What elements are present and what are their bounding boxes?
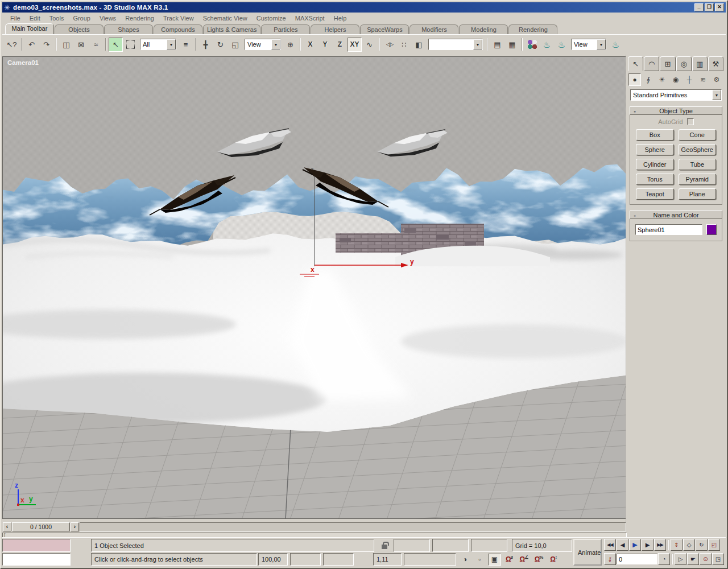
bind-to-space-warp-button[interactable]: ≈ [89, 38, 103, 52]
animate-button[interactable]: Animate [573, 539, 602, 566]
name-color-rollout-header[interactable]: - Name and Color [630, 211, 722, 219]
tab-lights-cameras[interactable]: Lights & Cameras [203, 24, 260, 34]
menu-edit[interactable]: Edit [25, 14, 45, 23]
previous-frame-button[interactable]: ◀ [617, 539, 628, 551]
maxscript-listener-white[interactable] [2, 553, 71, 566]
menu-maxscript[interactable]: MAXScript [291, 14, 329, 23]
tab-particles[interactable]: Particles [261, 24, 310, 34]
field-of-view-button[interactable]: ▷ [675, 553, 686, 565]
category-helpers[interactable]: ┼ [683, 73, 696, 86]
region-zoom-button[interactable]: ◰ [708, 539, 720, 551]
panel-tab-modify[interactable]: ◠ [644, 56, 659, 71]
key-mode-toggle-button[interactable]: ⚷ [604, 553, 616, 565]
select-and-move-button[interactable]: ╋ [198, 38, 213, 52]
panel-tab-utilities[interactable]: ⚒ [708, 56, 723, 71]
snap-toggle-3d-button[interactable]: ▣ [488, 554, 501, 566]
material-editor-button[interactable] [525, 38, 539, 52]
object-type-tube-button[interactable]: Tube [679, 159, 717, 170]
named-selection-sets-dropdown[interactable]: ▼ [428, 39, 483, 50]
object-name-input[interactable] [635, 224, 702, 235]
angle-snap-button[interactable]: Ω∠ [518, 554, 531, 566]
menu-help[interactable]: Help [329, 14, 351, 23]
object-type-geosphere-button[interactable]: GeoSphere [679, 144, 717, 155]
tab-helpers[interactable]: Helpers [311, 24, 359, 34]
object-type-torus-button[interactable]: Torus [636, 174, 674, 185]
min-max-toggle-button[interactable]: ◳ [712, 553, 724, 565]
time-configuration-button[interactable]: ◔ [658, 553, 670, 565]
restrict-to-y-button[interactable]: Y [318, 38, 332, 52]
select-and-scale-button[interactable]: ◱ [228, 38, 242, 52]
next-frame-button[interactable]: ▶ [642, 539, 653, 551]
close-button[interactable]: ✕ [715, 3, 724, 11]
category-geometry[interactable]: ● [628, 73, 641, 86]
viewport-label[interactable]: Camera01 [7, 59, 39, 66]
tab-spacewarps[interactable]: SpaceWarps [360, 24, 409, 34]
object-type-plane-button[interactable]: Plane [679, 188, 717, 200]
time-slider-handle[interactable]: 0 / 1000 [12, 522, 70, 531]
rectangular-selection-region-button[interactable] [123, 38, 138, 52]
tab-main-toolbar[interactable]: Main Toolbar [5, 23, 54, 34]
panel-tab-create[interactable]: ↖ [628, 56, 643, 71]
camera-viewport[interactable]: z y x z x y Camera01 [2, 56, 627, 519]
tab-rendering[interactable]: Rendering [508, 24, 557, 34]
category-cameras[interactable]: ◉ [669, 73, 682, 86]
select-and-link-button[interactable]: ◫ [59, 38, 73, 52]
current-frame-field[interactable] [617, 554, 657, 564]
menu-views[interactable]: Views [95, 14, 121, 23]
open-track-view-button[interactable]: ▤ [490, 38, 504, 52]
restore-button[interactable]: ❐ [705, 3, 714, 11]
time-slider-next-button[interactable]: › [71, 522, 79, 531]
tab-objects[interactable]: Objects [55, 24, 104, 34]
object-type-rollout-header[interactable]: - Object Type [630, 106, 722, 115]
render-last-button[interactable]: ♨ [609, 38, 623, 52]
menu-schematic-view[interactable]: Schematic View [198, 14, 252, 23]
pan-button[interactable]: ☛ [687, 553, 699, 565]
dolly-camera-button[interactable]: ⇕ [671, 539, 682, 551]
object-type-teapot-button[interactable]: Teapot [636, 188, 674, 200]
category-shapes[interactable]: ∮ [642, 73, 655, 86]
redo-button[interactable]: ↷ [39, 38, 53, 52]
maxscript-listener-pink[interactable] [2, 539, 71, 552]
snap-3d-button[interactable]: Ω3 [503, 554, 516, 566]
menu-rendering[interactable]: Rendering [121, 14, 159, 23]
open-schematic-view-button[interactable]: ▦ [505, 38, 519, 52]
object-type-cylinder-button[interactable]: Cylinder [636, 159, 674, 170]
unlink-selection-button[interactable]: ⊠ [74, 38, 88, 52]
go-to-start-button[interactable]: ◀◀ [604, 539, 616, 551]
quick-render-button[interactable]: ♨ [555, 38, 569, 52]
render-scene-button[interactable]: ♨ [540, 38, 554, 52]
restrict-to-xy-plane-button[interactable]: XY [348, 38, 362, 52]
reference-coordinate-system-dropdown[interactable]: View▼ [245, 39, 281, 50]
menu-customize[interactable]: Customize [252, 14, 291, 23]
subtype-dropdown[interactable]: Standard Primitives ▼ [630, 89, 722, 101]
menu-file[interactable]: File [6, 14, 25, 23]
menu-track-view[interactable]: Track View [159, 14, 198, 23]
category-space-warps[interactable]: ≋ [697, 73, 709, 86]
object-type-sphere-button[interactable]: Sphere [636, 144, 674, 155]
spinner-snap-button[interactable]: Ω↕ [547, 554, 560, 566]
time-slider-prev-button[interactable]: ‹ [3, 522, 11, 531]
tab-compounds[interactable]: Compounds [154, 24, 202, 34]
go-to-end-button[interactable]: ▶▶ [654, 539, 666, 551]
percent-snap-button[interactable]: Ω% [532, 554, 545, 566]
align-button[interactable]: ◧ [412, 38, 426, 52]
time-slider-track[interactable] [80, 522, 626, 531]
window-selection-button[interactable]: ▫ [473, 554, 486, 566]
crossing-selection-button[interactable]: ◑ [458, 554, 471, 566]
selection-filter-dropdown[interactable]: All▼ [140, 39, 176, 50]
undo-button[interactable]: ↶ [24, 38, 39, 52]
menu-tools[interactable]: Tools [45, 14, 69, 23]
panel-tab-hierarchy[interactable]: ⊞ [660, 56, 675, 71]
select-by-name-button[interactable]: ≡ [179, 38, 193, 52]
mirror-button[interactable]: ◁▷ [382, 38, 396, 52]
panel-tab-motion[interactable]: ◎ [676, 56, 692, 71]
object-color-swatch[interactable] [706, 224, 717, 235]
help-mode-button[interactable]: ↖? [5, 38, 19, 52]
tab-modifiers[interactable]: Modifiers [410, 24, 458, 34]
object-type-pyramid-button[interactable]: Pyramid [679, 174, 717, 185]
select-object-button[interactable]: ↖ [109, 38, 123, 52]
category-systems[interactable]: ⚙ [710, 73, 723, 86]
render-type-dropdown[interactable]: View▼ [571, 39, 606, 50]
play-button[interactable]: ▶ [629, 539, 641, 551]
tab-shapes[interactable]: Shapes [104, 24, 153, 34]
